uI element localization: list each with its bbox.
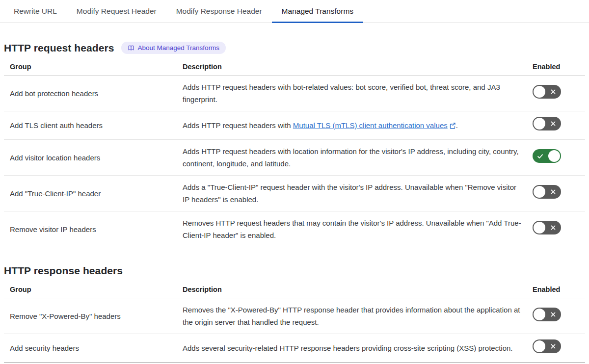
column-header-group: Group <box>4 60 177 76</box>
tab-label: Rewrite URL <box>14 7 57 16</box>
description-cell: Removes HTTP request headers that may co… <box>177 211 527 247</box>
enabled-toggle[interactable] <box>533 117 561 130</box>
section-head: HTTP request headers About Managed Trans… <box>4 42 585 54</box>
enabled-toggle[interactable] <box>533 339 561 353</box>
column-header-description: Description <box>177 60 527 76</box>
tab[interactable]: Modify Request Header <box>67 0 166 23</box>
table-row: Add visitor location headers Adds HTTP r… <box>4 140 585 176</box>
book-icon <box>128 45 134 52</box>
description-cell: Adds HTTP request headers with Mutual TL… <box>177 111 527 140</box>
http-request-headers-section: HTTP request headers About Managed Trans… <box>0 42 589 247</box>
description-cell: Adds HTTP request headers with location … <box>177 140 527 176</box>
table-header-row: Group Description Enabled <box>4 283 585 298</box>
request-headers-table: Group Description Enabled Add bot protec… <box>4 60 585 247</box>
table-row: Add security headers Adds several securi… <box>4 334 585 363</box>
table-header-row: Group Description Enabled <box>4 60 585 76</box>
group-cell: Add TLS client auth headers <box>4 111 177 140</box>
enabled-cell <box>527 76 585 111</box>
section-head: HTTP response headers <box>4 265 585 277</box>
group-cell: Remove visitor IP headers <box>4 211 177 247</box>
enabled-toggle[interactable] <box>533 85 561 99</box>
section-title: HTTP request headers <box>4 42 114 54</box>
tabs-bar: Rewrite URL Modify Request Header Modify… <box>0 0 589 23</box>
response-headers-table: Group Description Enabled Remove "X-Powe… <box>4 283 585 363</box>
tab-label: Modify Request Header <box>77 7 157 16</box>
toggle-knob <box>534 222 545 234</box>
description-cell: Adds HTTP request headers with bot-relat… <box>177 76 527 111</box>
table-row: Add bot protection headers Adds HTTP req… <box>4 76 585 111</box>
group-cell: Add "True-Client-IP" header <box>4 176 177 211</box>
enabled-cell <box>527 211 585 247</box>
enabled-cell <box>527 334 585 363</box>
tab-label: Managed Transforms <box>282 7 353 16</box>
toggle-knob <box>534 309 545 320</box>
table-row: Add "True-Client-IP" header Adds a "True… <box>4 176 585 211</box>
enabled-toggle[interactable] <box>533 185 561 199</box>
enabled-cell <box>527 176 585 211</box>
table-row: Remove visitor IP headers Removes HTTP r… <box>4 211 585 247</box>
description-cell: Adds several security-related HTTP respo… <box>177 334 527 363</box>
enabled-toggle[interactable] <box>533 308 561 321</box>
x-icon <box>550 189 556 195</box>
http-response-headers-section: HTTP response headers Group Description … <box>0 265 589 363</box>
column-header-enabled: Enabled <box>527 283 585 298</box>
tab[interactable]: Managed Transforms <box>272 0 363 23</box>
column-header-enabled: Enabled <box>527 60 585 76</box>
column-header-description: Description <box>177 283 527 298</box>
group-cell: Add bot protection headers <box>4 76 177 111</box>
description-cell: Removes the "X-Powered-By" HTTP response… <box>177 298 527 334</box>
x-icon <box>550 312 556 317</box>
check-icon <box>537 153 543 159</box>
table-row: Remove "X-Powered-By" headers Removes th… <box>4 298 585 334</box>
external-link-icon <box>449 122 456 129</box>
about-managed-transforms-badge[interactable]: About Managed Transforms <box>121 42 226 54</box>
enabled-cell <box>527 111 585 140</box>
tab-label: Modify Response Header <box>176 7 262 16</box>
group-cell: Add visitor location headers <box>4 140 177 176</box>
tab[interactable]: Modify Response Header <box>166 0 272 23</box>
toggle-knob <box>548 150 560 162</box>
toggle-knob <box>534 340 545 352</box>
enabled-toggle[interactable] <box>533 149 561 163</box>
toggle-knob <box>534 86 545 98</box>
enabled-toggle[interactable] <box>533 221 561 234</box>
x-icon <box>550 121 556 127</box>
table-row: Add TLS client auth headers Adds HTTP re… <box>4 111 585 140</box>
x-icon <box>550 343 556 349</box>
enabled-cell <box>527 298 585 334</box>
toggle-knob <box>534 118 545 130</box>
section-title: HTTP response headers <box>4 265 123 277</box>
toggle-knob <box>534 186 545 198</box>
badge-label: About Managed Transforms <box>138 44 220 52</box>
x-icon <box>550 225 556 231</box>
x-icon <box>550 89 556 95</box>
tab[interactable]: Rewrite URL <box>4 0 67 23</box>
column-header-group: Group <box>4 283 177 298</box>
group-cell: Add security headers <box>4 334 177 363</box>
description-cell: Adds a "True-Client-IP" request header w… <box>177 176 527 211</box>
enabled-cell <box>527 140 585 176</box>
group-cell: Remove "X-Powered-By" headers <box>4 298 177 334</box>
mtls-values-link[interactable]: Mutual TLS (mTLS) client authentication … <box>293 121 448 130</box>
